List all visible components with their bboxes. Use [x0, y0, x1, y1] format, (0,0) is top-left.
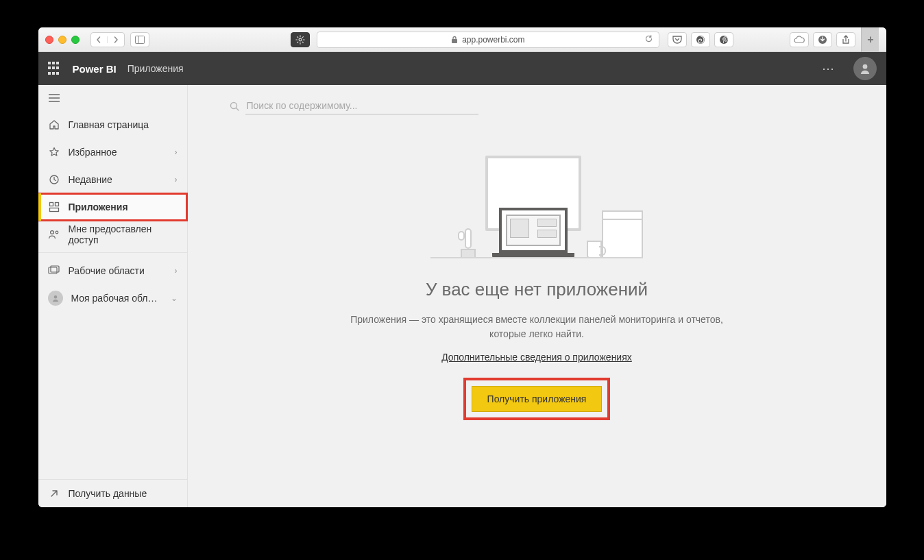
clock-icon: [48, 173, 60, 186]
lock-icon: [451, 36, 458, 44]
share-button[interactable]: [836, 32, 855, 47]
search-row: [229, 97, 478, 114]
download-icon: [818, 35, 827, 45]
sidebar-item-recent[interactable]: Недавние ›: [38, 166, 187, 193]
svg-rect-0: [135, 36, 144, 43]
svg-point-19: [53, 295, 57, 299]
new-tab-button[interactable]: +: [861, 27, 879, 52]
app-body: Главная страница Избранное › Недавние ›: [38, 85, 886, 507]
svg-point-2: [299, 38, 302, 41]
cloud-icon: [794, 36, 805, 44]
empty-title: У вас еще нет приложений: [345, 279, 729, 300]
svg-rect-13: [55, 203, 58, 206]
pocket-icon: [672, 36, 682, 44]
sidebar-item-label: Приложения: [69, 202, 128, 212]
sidebar-item-get-data[interactable]: Получить данные: [38, 480, 187, 507]
share-icon: [842, 35, 850, 45]
sidebar-item-my-workspace[interactable]: Моя рабочая обла... ⌄: [38, 284, 187, 312]
workspaces-icon: [48, 265, 60, 277]
svg-line-21: [236, 108, 239, 110]
nav-back-forward: [90, 32, 125, 47]
sidebar-separator: [38, 252, 187, 253]
reload-icon: [644, 34, 653, 43]
sidebar-item-label: Рабочие области: [69, 265, 145, 276]
more-options-button[interactable]: ⋯: [815, 61, 842, 76]
minimize-window-button[interactable]: [58, 36, 66, 44]
main-content: У вас еще нет приложений Приложения — эт…: [188, 85, 886, 507]
sidebar-item-label: Моя рабочая обла...: [71, 293, 160, 304]
get-apps-highlight: Получить приложения: [463, 378, 611, 420]
app-launcher-button[interactable]: [48, 62, 62, 75]
sidebar-item-label: Избранное: [69, 147, 117, 158]
sidebar-item-label: Получить данные: [69, 488, 147, 499]
chevron-right-icon: ›: [175, 147, 178, 157]
zoom-window-button[interactable]: [71, 36, 80, 44]
empty-description: Приложения — это хранящиеся вместе колле…: [345, 313, 729, 341]
empty-illustration: [430, 156, 643, 258]
address-host: app.powerbi.com: [462, 35, 524, 45]
chevron-down-icon: ⌄: [171, 293, 178, 303]
sidebar-item-label: Мне предоставлен доступ: [69, 223, 178, 245]
breadcrumb: Приложения: [127, 63, 184, 74]
swirl-button[interactable]: [691, 32, 710, 47]
person-icon: [51, 294, 60, 302]
star-icon: [48, 146, 60, 158]
home-icon: [48, 119, 60, 131]
sidebar-item-label: Недавние: [69, 174, 112, 185]
sidebar-toggle-button[interactable]: [130, 32, 149, 47]
svg-rect-14: [49, 208, 58, 212]
learn-more-link[interactable]: Дополнительные сведения о приложениях: [441, 352, 632, 363]
svg-rect-12: [49, 203, 53, 206]
toolbar-right-cluster: [668, 32, 855, 47]
back-button[interactable]: [91, 36, 108, 43]
sidebar-item-shared[interactable]: Мне предоставлен доступ: [38, 221, 187, 248]
chevron-right-icon: [112, 36, 119, 43]
window-controls: [45, 36, 80, 44]
sidebar-item-home[interactable]: Главная страница: [38, 111, 187, 138]
chevron-left-icon: [95, 36, 102, 43]
panel-icon: [135, 36, 145, 44]
arrow-out-icon: [48, 487, 60, 500]
pinterest-button[interactable]: [714, 32, 733, 47]
svg-point-4: [696, 36, 705, 44]
sidebar-bottom: Получить данные: [38, 479, 187, 507]
sidebar-item-workspaces[interactable]: Рабочие области ›: [38, 257, 187, 284]
svg-rect-17: [49, 267, 57, 273]
pinterest-icon: [719, 35, 729, 45]
sidebar-item-favorites[interactable]: Избранное ›: [38, 138, 187, 166]
browser-window: app.powerbi.com: [38, 27, 886, 507]
close-window-button[interactable]: [45, 36, 53, 44]
user-avatar[interactable]: [853, 57, 877, 80]
gear-icon: [295, 35, 305, 45]
get-apps-button[interactable]: Получить приложения: [472, 386, 603, 412]
sidebar-item-label: Главная страница: [69, 119, 149, 130]
svg-rect-18: [51, 266, 59, 272]
sidebar-item-apps[interactable]: Приложения: [38, 193, 187, 221]
svg-point-7: [862, 64, 867, 69]
extension-gear-button[interactable]: [291, 32, 310, 47]
pocket-button[interactable]: [668, 32, 687, 47]
cloud-button[interactable]: [790, 32, 809, 47]
address-bar[interactable]: app.powerbi.com: [317, 32, 659, 48]
workspace-avatar: [48, 291, 63, 306]
search-input[interactable]: [245, 97, 478, 114]
chevron-right-icon: ›: [175, 175, 178, 184]
browser-toolbar: app.powerbi.com: [38, 27, 886, 52]
person-icon: [859, 62, 871, 75]
forward-button[interactable]: [107, 36, 124, 43]
sidebar-collapse-button[interactable]: [38, 88, 187, 111]
app-header: Power BI Приложения ⋯: [38, 52, 886, 85]
apps-icon: [48, 201, 60, 213]
hamburger-icon: [48, 93, 60, 103]
svg-rect-3: [452, 39, 457, 43]
chevron-right-icon: ›: [175, 266, 178, 276]
people-icon: [48, 228, 60, 241]
sidebar: Главная страница Избранное › Недавние ›: [38, 85, 188, 507]
downloads-button[interactable]: [813, 32, 832, 47]
reload-button[interactable]: [644, 34, 653, 45]
svg-point-16: [56, 231, 58, 234]
brand-label: Power BI: [73, 63, 117, 75]
empty-state: У вас еще нет приложений Приложения — эт…: [345, 156, 729, 420]
svg-point-15: [50, 231, 53, 234]
swirl-icon: [696, 35, 705, 45]
